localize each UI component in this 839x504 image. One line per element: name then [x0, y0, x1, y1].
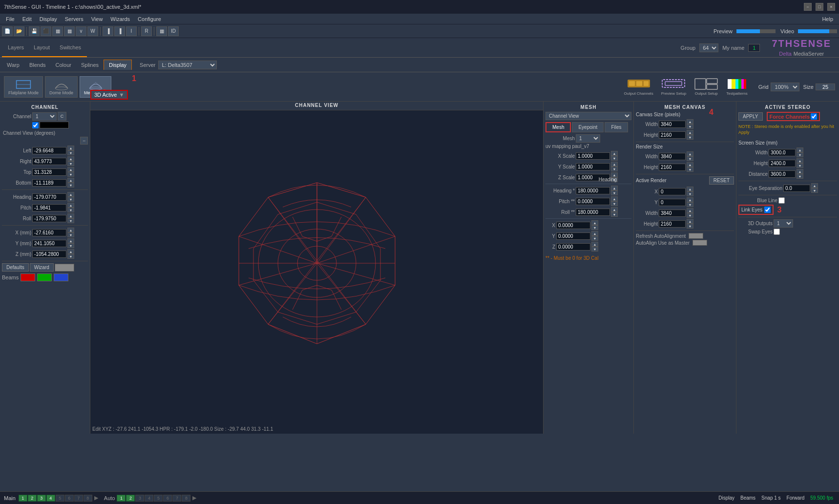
force-channels-checkbox[interactable]	[811, 113, 817, 120]
menu-edit[interactable]: Edit	[19, 15, 36, 23]
render-width-down[interactable]: ▼	[687, 156, 693, 161]
autoalign-toggle[interactable]	[692, 240, 707, 246]
roll-down[interactable]: ▼	[67, 218, 74, 223]
seg-m1[interactable]: 1	[19, 495, 27, 502]
seg-a5[interactable]: 5	[154, 495, 163, 502]
mesh-x-down[interactable]: ▼	[591, 225, 598, 230]
link-eyes-checkbox[interactable]	[764, 207, 771, 213]
mesh-heading-input[interactable]	[576, 187, 610, 194]
beam-red[interactable]	[21, 273, 35, 281]
main-arrow-right[interactable]: ▶	[94, 495, 98, 501]
mesh-y-down[interactable]: ▼	[591, 236, 598, 241]
output-channels-button[interactable]: Output Channels	[621, 77, 656, 97]
seg-a8[interactable]: 8	[182, 495, 190, 502]
3d-outputs-select[interactable]: 1	[774, 219, 793, 228]
channel-copy-button[interactable]: C	[58, 112, 66, 121]
seg-m4[interactable]: 4	[46, 495, 55, 502]
left-down[interactable]: ▼	[67, 150, 74, 155]
mesh-z-up[interactable]: ▲	[591, 242, 598, 247]
maximize-button[interactable]: □	[816, 3, 823, 11]
heading-input[interactable]	[32, 193, 66, 201]
z-down[interactable]: ▼	[67, 254, 74, 259]
channel-view-icon[interactable]: ↔	[80, 137, 88, 145]
render-width-up[interactable]: ▲	[687, 151, 693, 156]
eye-sep-down[interactable]: ▼	[811, 188, 818, 193]
seg-a7[interactable]: 7	[172, 495, 181, 502]
canvas-width-up[interactable]: ▲	[687, 119, 693, 124]
seg-m2[interactable]: 2	[28, 495, 37, 502]
ar-y-down[interactable]: ▼	[687, 202, 693, 207]
defaults-slider[interactable]	[55, 264, 74, 272]
flatplane-mode-button[interactable]: Flatplane Mode	[4, 76, 43, 98]
ss-width-up[interactable]: ▲	[797, 147, 803, 152]
y-up[interactable]: ▲	[67, 238, 74, 243]
menu-wizards[interactable]: Wizards	[106, 15, 134, 23]
preview-setup-button[interactable]: Preview Setup	[658, 77, 690, 97]
channel-select[interactable]: 1	[32, 112, 57, 121]
mesh-y-input[interactable]	[556, 232, 590, 240]
3d-active-button[interactable]: 3D Active ▼	[90, 90, 128, 100]
bottom-up[interactable]: ▲	[67, 178, 74, 183]
roll-up[interactable]: ▲	[67, 213, 74, 218]
canvas-width-input[interactable]	[659, 121, 686, 128]
yscale-input[interactable]	[576, 163, 610, 170]
ar-x-input[interactable]	[659, 188, 686, 195]
subtab-colour[interactable]: Colour	[51, 60, 76, 70]
ss-height-down[interactable]: ▼	[797, 163, 803, 168]
mesh-x-up[interactable]: ▲	[591, 220, 598, 225]
canvas-height-up[interactable]: ▲	[687, 130, 693, 135]
tab-layout[interactable]: Layout	[32, 43, 52, 51]
ss-height-up[interactable]: ▲	[797, 158, 803, 163]
tb-btn-4[interactable]: ▦	[64, 26, 75, 36]
menu-file[interactable]: File	[2, 15, 19, 23]
render-height-up[interactable]: ▲	[687, 162, 693, 167]
seg-a2[interactable]: 2	[126, 495, 135, 502]
pitch-input[interactable]	[32, 204, 66, 211]
menu-configure[interactable]: Configure	[134, 15, 165, 23]
seg-m3[interactable]: 3	[37, 495, 46, 502]
eye-sep-up[interactable]: ▲	[811, 183, 818, 188]
left-input[interactable]	[32, 147, 66, 154]
xscale-up[interactable]: ▲	[611, 151, 618, 156]
tb-btn-3[interactable]: ▦	[52, 26, 63, 36]
ar-width-down[interactable]: ▼	[687, 213, 693, 218]
y-input[interactable]	[32, 240, 66, 247]
tb-btn-id[interactable]: ID	[168, 26, 179, 36]
minimize-button[interactable]: −	[804, 3, 812, 11]
pitch-up[interactable]: ▲	[67, 203, 74, 208]
tb-btn-r[interactable]: R	[141, 26, 152, 36]
beam-blue[interactable]	[54, 273, 68, 281]
roll-input[interactable]	[32, 215, 66, 222]
mesh-z-down[interactable]: ▼	[591, 247, 598, 252]
ss-distance-up[interactable]: ▲	[797, 169, 803, 174]
refresh-toggle[interactable]	[689, 233, 703, 239]
ar-height-input[interactable]	[659, 220, 686, 228]
seg-a3[interactable]: 3	[135, 495, 144, 502]
xscale-input[interactable]	[576, 152, 610, 160]
top-down[interactable]: ▼	[67, 172, 74, 177]
tb-btn-5[interactable]: v	[76, 26, 86, 36]
tab-switches[interactable]: Switches	[58, 43, 83, 51]
menu-help[interactable]: Help	[818, 15, 837, 23]
blue-line-checkbox[interactable]	[778, 197, 785, 204]
z-up[interactable]: ▲	[67, 249, 74, 254]
eyepoint-tab-button[interactable]: Eyepoint	[572, 122, 604, 132]
mesh-roll-input[interactable]	[576, 209, 610, 216]
ar-x-down[interactable]: ▼	[687, 191, 693, 196]
heading-down[interactable]: ▼	[67, 197, 74, 202]
size-input[interactable]	[816, 84, 835, 90]
ar-width-up[interactable]: ▲	[687, 208, 693, 213]
top-up[interactable]: ▲	[67, 167, 74, 172]
subtab-display[interactable]: Display	[104, 60, 132, 70]
mesh-z-input[interactable]	[556, 243, 590, 251]
tab-layers[interactable]: Layers	[6, 43, 26, 51]
mesh-view-select[interactable]: Channel View	[545, 112, 631, 120]
seg-a4[interactable]: 4	[145, 495, 153, 502]
z-input[interactable]	[32, 251, 66, 258]
ss-distance-input[interactable]	[769, 170, 796, 178]
subtab-splines[interactable]: Splines	[76, 60, 104, 70]
mesh-x-input[interactable]	[556, 222, 590, 229]
ar-x-up[interactable]: ▲	[687, 187, 693, 191]
mesh-number-select[interactable]: 1	[576, 134, 600, 143]
mesh-tab-button[interactable]: Mesh	[545, 122, 571, 132]
